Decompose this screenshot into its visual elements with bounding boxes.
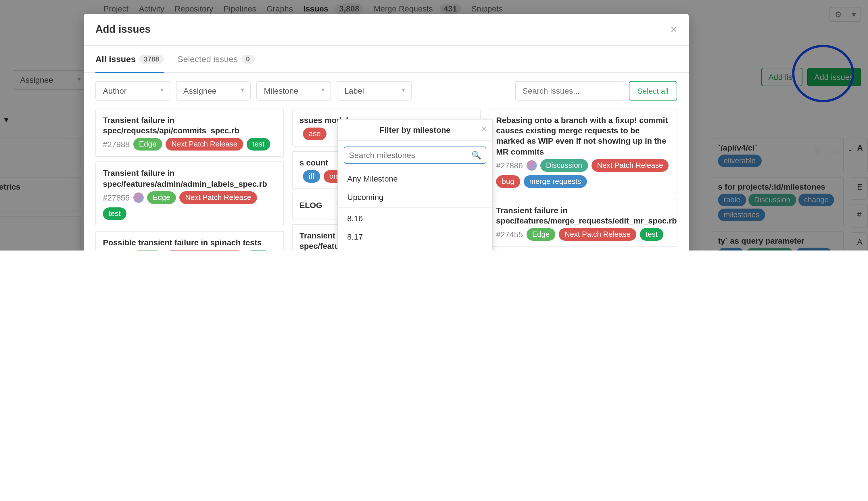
milestone-option[interactable]: 9.0 — [338, 246, 492, 250]
search-icon: 🔍 — [472, 150, 481, 160]
label: Next Patch Release — [591, 159, 669, 172]
label-filter[interactable]: Label — [337, 81, 412, 100]
modal-title: Add issues — [95, 23, 151, 36]
close-icon[interactable]: × — [482, 124, 486, 133]
assignee-filter-modal[interactable]: Assignee — [176, 81, 251, 100]
milestone-option[interactable]: 8.17 — [338, 227, 492, 246]
tab-all-count: 3788 — [139, 54, 163, 64]
label: Discussion — [540, 159, 588, 172]
issue-id: #27855 — [103, 193, 130, 202]
milestone-search-input[interactable] — [349, 150, 472, 160]
author-filter[interactable]: Author — [95, 81, 170, 100]
label: Edge — [133, 250, 162, 250]
label: Next Patch Release — [179, 191, 257, 204]
label: Edge — [526, 228, 555, 241]
label: bug — [496, 175, 520, 188]
issue-title: Transient failure in spec/requests/api/c… — [103, 115, 276, 136]
issue-card[interactable]: Transient failure in spec/requests/api/c… — [95, 109, 284, 157]
issue-card[interactable]: Rebasing onto a branch with a fixup! com… — [489, 109, 677, 194]
tab-all-issues[interactable]: All issues3788 — [95, 46, 164, 73]
avatar — [133, 192, 144, 203]
label: test — [103, 207, 126, 220]
issue-card[interactable]: Transient failure in spec/features/admin… — [95, 162, 284, 226]
issue-title: Transient failure in spec/features/merge… — [496, 205, 670, 226]
milestone-filter[interactable]: Milestone — [256, 81, 331, 100]
label: Next Patch Release — [166, 250, 243, 250]
close-icon[interactable]: × — [670, 23, 677, 36]
label: test — [247, 138, 270, 151]
milestone-popover: Filter by milestone× 🔍 Any MilestoneUpco… — [337, 119, 493, 250]
label: ase — [303, 128, 327, 140]
select-all-button[interactable]: Select all — [629, 81, 677, 100]
label: Edge — [133, 138, 162, 151]
milestone-option[interactable]: Any Milestone — [338, 170, 492, 188]
issue-title: Transient failure in spec/features/admin… — [103, 168, 276, 189]
label: test — [247, 250, 270, 250]
search-input[interactable] — [515, 81, 624, 100]
issue-id: #27886 — [496, 161, 523, 170]
add-issues-modal: Add issues × All issues3788 Selected iss… — [84, 14, 689, 250]
popover-title: Filter by milestone — [379, 125, 451, 135]
label: merge requests — [523, 175, 587, 188]
avatar — [526, 160, 537, 171]
milestone-option[interactable]: Upcoming — [338, 188, 492, 206]
label: Next Patch Release — [166, 138, 243, 151]
tab-selected-issues[interactable]: Selected issues0 — [178, 46, 255, 73]
issue-id: #27455 — [496, 230, 523, 239]
milestone-option[interactable]: 8.16 — [338, 209, 492, 227]
label: Next Patch Release — [559, 228, 636, 241]
issue-id: #27988 — [103, 140, 130, 149]
issue-card[interactable]: Transient failure in spec/features/merge… — [489, 199, 677, 247]
issue-card[interactable]: Possible transient failure in spinach te… — [95, 231, 284, 251]
label: Edge — [147, 191, 176, 204]
label: iff — [303, 170, 320, 183]
issue-title: Possible transient failure in spinach te… — [103, 237, 276, 248]
label: test — [640, 228, 663, 241]
tab-selected-count: 0 — [241, 54, 254, 64]
issue-title: Rebasing onto a branch with a fixup! com… — [496, 115, 670, 157]
